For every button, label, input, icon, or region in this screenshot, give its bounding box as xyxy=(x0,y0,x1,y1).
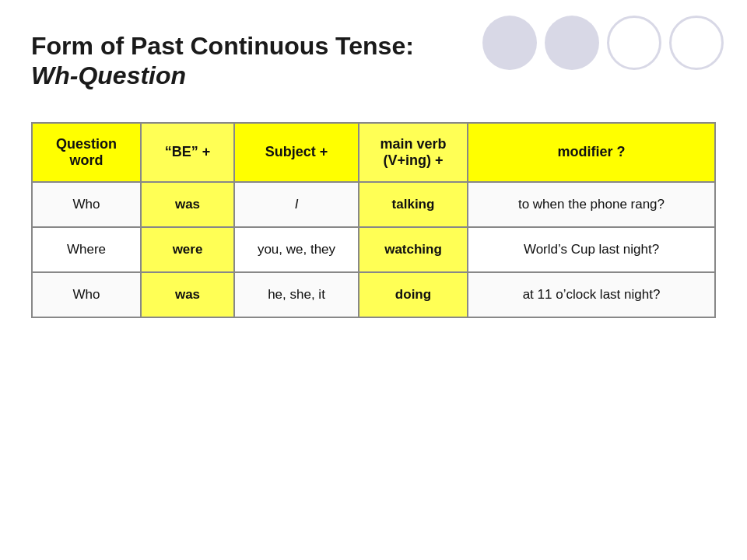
circle-4 xyxy=(669,16,724,70)
table-header-row: Question word “BE” + Subject + main verb… xyxy=(32,123,715,182)
row2-be: were xyxy=(141,227,234,272)
header-be: “BE” + xyxy=(141,123,234,182)
decorative-circles xyxy=(482,16,724,70)
row3-question-word: Who xyxy=(32,272,141,317)
row3-be: was xyxy=(141,272,234,317)
header-subject: Subject + xyxy=(234,123,359,182)
row1-modifier: to when the phone rang? xyxy=(468,182,715,227)
table-row: Where were you, we, they watching World’… xyxy=(32,227,715,272)
page-container: Form of Past Continuous Tense: Wh-Questi… xyxy=(0,0,747,560)
row3-modifier: at 11 o’clock last night? xyxy=(468,272,715,317)
row1-main-verb: talking xyxy=(359,182,468,227)
row1-question-word: Who xyxy=(32,182,141,227)
row2-subject: you, we, they xyxy=(234,227,359,272)
title-line1: Form of Past Continuous Tense: xyxy=(31,32,414,60)
row2-question-word: Where xyxy=(32,227,141,272)
header-question-word: Question word xyxy=(32,123,141,182)
table-row: Who was he, she, it doing at 11 o’clock … xyxy=(32,272,715,317)
table-row: Who was I talking to when the phone rang… xyxy=(32,182,715,227)
circle-2 xyxy=(545,16,599,70)
grammar-table: Question word “BE” + Subject + main verb… xyxy=(31,122,716,318)
circle-1 xyxy=(482,16,537,70)
row1-be: was xyxy=(141,182,234,227)
title-line2: Wh-Question xyxy=(31,61,186,89)
row2-main-verb: watching xyxy=(359,227,468,272)
row3-subject: he, she, it xyxy=(234,272,359,317)
header-main-verb: main verb (V+ing) + xyxy=(359,123,468,182)
header-modifier: modifier ? xyxy=(468,123,715,182)
row2-modifier: World’s Cup last night? xyxy=(468,227,715,272)
circle-3 xyxy=(607,16,661,70)
row3-main-verb: doing xyxy=(359,272,468,317)
row1-subject: I xyxy=(234,182,359,227)
